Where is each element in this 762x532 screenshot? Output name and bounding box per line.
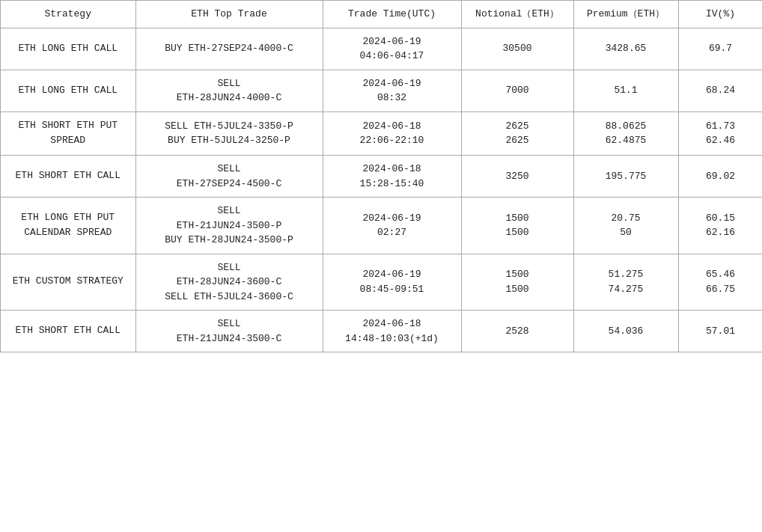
strategy-cell: ETH SHORT ETH PUT SPREAD bbox=[1, 111, 135, 156]
strategy-cell: ETH LONG ETH CALL bbox=[1, 70, 135, 111]
notionals-cell: 26252625 bbox=[461, 111, 573, 156]
notionals-cell: 15001500 bbox=[461, 198, 573, 254]
strategy-cell: ETH LONG ETH CALL bbox=[1, 28, 135, 70]
trades-cell: SELLETH-27SEP24-4500-C bbox=[135, 156, 323, 198]
trades-cell: BUY ETH-27SEP24-4000-C bbox=[135, 28, 323, 70]
ivs-cell: 61.7362.46 bbox=[678, 111, 762, 156]
header-notional: Notional（ETH） bbox=[461, 1, 573, 28]
trades-cell: SELL ETH-5JUL24-3350-PBUY ETH-5JUL24-325… bbox=[135, 111, 323, 156]
trades-cell: SELLETH-21JUN24-3500-C bbox=[135, 311, 323, 352]
times-cell: 2024-06-1902:27 bbox=[323, 198, 461, 254]
notionals-cell: 3250 bbox=[461, 156, 573, 198]
times-cell: 2024-06-1815:28-15:40 bbox=[323, 156, 461, 198]
header-iv: IV(%) bbox=[678, 1, 762, 28]
ivs-cell: 69.02 bbox=[678, 156, 762, 198]
notionals-cell: 2528 bbox=[461, 311, 573, 352]
header-top-trade: ETH Top Trade bbox=[135, 1, 323, 28]
ivs-cell: 57.01 bbox=[678, 311, 762, 352]
notionals-cell: 7000 bbox=[461, 70, 573, 111]
premiums-cell: 51.27574.275 bbox=[573, 254, 678, 311]
table-row: ETH CUSTOM STRATEGYSELLETH-28JUN24-3600-… bbox=[1, 254, 762, 311]
premiums-cell: 51.1 bbox=[573, 70, 678, 111]
ivs-cell: 65.4666.75 bbox=[678, 254, 762, 311]
premiums-cell: 195.775 bbox=[573, 156, 678, 198]
header-strategy: Strategy bbox=[1, 1, 135, 28]
strategy-cell: ETH SHORT ETH CALL bbox=[1, 156, 135, 198]
notionals-cell: 15001500 bbox=[461, 254, 573, 311]
strategy-cell: ETH LONG ETH PUT CALENDAR SPREAD bbox=[1, 198, 135, 254]
table-row: ETH LONG ETH CALLSELLETH-28JUN24-4000-C2… bbox=[1, 70, 762, 111]
premiums-cell: 88.062562.4875 bbox=[573, 111, 678, 156]
notionals-cell: 30500 bbox=[461, 28, 573, 70]
premiums-cell: 54.036 bbox=[573, 311, 678, 352]
strategy-cell: ETH CUSTOM STRATEGY bbox=[1, 254, 135, 311]
times-cell: 2024-06-1908:45-09:51 bbox=[323, 254, 461, 311]
ivs-cell: 69.7 bbox=[678, 28, 762, 70]
trades-cell: SELLETH-28JUN24-3600-CSELL ETH-5JUL24-36… bbox=[135, 254, 323, 311]
times-cell: 2024-06-1822:06-22:10 bbox=[323, 111, 461, 156]
ivs-cell: 68.24 bbox=[678, 70, 762, 111]
times-cell: 2024-06-1908:32 bbox=[323, 70, 461, 111]
premiums-cell: 20.7550 bbox=[573, 198, 678, 254]
table-header-row: Strategy ETH Top Trade Trade Time(UTC) N… bbox=[1, 1, 762, 28]
times-cell: 2024-06-1814:48-10:03(+1d) bbox=[323, 311, 461, 352]
table-row: ETH LONG ETH PUT CALENDAR SPREADSELLETH-… bbox=[1, 198, 762, 254]
trades-table: Strategy ETH Top Trade Trade Time(UTC) N… bbox=[1, 1, 762, 352]
trades-cell: SELLETH-21JUN24-3500-PBUY ETH-28JUN24-35… bbox=[135, 198, 323, 254]
premiums-cell: 3428.65 bbox=[573, 28, 678, 70]
ivs-cell: 60.1562.16 bbox=[678, 198, 762, 254]
header-premium: Premium（ETH） bbox=[573, 1, 678, 28]
strategy-cell: ETH SHORT ETH CALL bbox=[1, 311, 135, 352]
trades-cell: SELLETH-28JUN24-4000-C bbox=[135, 70, 323, 111]
times-cell: 2024-06-1904:06-04:17 bbox=[323, 28, 461, 70]
table-row: ETH LONG ETH CALLBUY ETH-27SEP24-4000-C2… bbox=[1, 28, 762, 70]
table-row: ETH SHORT ETH PUT SPREADSELL ETH-5JUL24-… bbox=[1, 111, 762, 156]
table-row: ETH SHORT ETH CALLSELLETH-27SEP24-4500-C… bbox=[1, 156, 762, 198]
header-trade-time: Trade Time(UTC) bbox=[323, 1, 461, 28]
table-row: ETH SHORT ETH CALLSELLETH-21JUN24-3500-C… bbox=[1, 311, 762, 352]
main-table-container: Strategy ETH Top Trade Trade Time(UTC) N… bbox=[0, 0, 762, 352]
